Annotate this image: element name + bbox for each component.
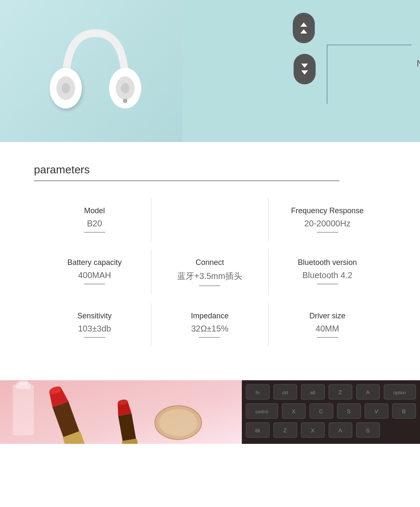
param-cell-impedance: Impedance 32Ω±15% bbox=[151, 303, 269, 346]
svg-point-6 bbox=[123, 99, 127, 103]
driver-underline bbox=[317, 337, 338, 338]
model-underline bbox=[84, 232, 105, 233]
svg-text:fn: fn bbox=[255, 390, 259, 395]
bottom-right-image: fn ctrl alt Z A option control X C S V B bbox=[242, 380, 420, 444]
prev-button[interactable] bbox=[293, 13, 315, 43]
svg-text:S: S bbox=[347, 408, 351, 415]
battery-label: Battery capacity bbox=[42, 258, 147, 267]
headphone-shape bbox=[49, 16, 134, 126]
hero-section: Next / Vol + bbox=[0, 0, 420, 142]
svg-text:A: A bbox=[339, 427, 342, 434]
impedance-label: Impedance bbox=[156, 312, 264, 320]
impedance-underline bbox=[199, 337, 220, 338]
param-cell-model: Model B20 bbox=[34, 198, 151, 241]
param-cell-empty-1 bbox=[151, 198, 269, 241]
bottom-section: fn ctrl alt Z A option control X C S V B bbox=[0, 380, 420, 444]
svg-text:X: X bbox=[292, 408, 296, 415]
battery-value: 400MAH bbox=[42, 270, 147, 280]
svg-text:88: 88 bbox=[255, 429, 260, 433]
frequency-value: 20-20000Hz bbox=[273, 219, 382, 228]
keyboard-image: fn ctrl alt Z A option control X C S V B bbox=[242, 380, 420, 444]
parameters-section: parameters Model B20 Frequency Response … bbox=[0, 142, 420, 380]
connect-label: Connect bbox=[156, 258, 264, 267]
model-label: Model bbox=[42, 206, 147, 215]
product-image bbox=[0, 0, 182, 142]
param-cell-driver: Driver size 40MM bbox=[269, 303, 386, 346]
driver-label: Driver size bbox=[273, 312, 382, 320]
impedance-value: 32Ω±15% bbox=[156, 324, 264, 334]
params-row-3: Sensitivity 103±3db Impedance 32Ω±15% Dr… bbox=[34, 303, 386, 346]
sensitivity-underline bbox=[84, 337, 105, 338]
sensitivity-value: 103±3db bbox=[42, 324, 147, 334]
param-cell-connect: Connect 蓝牙+3.5mm插头 bbox=[151, 250, 269, 295]
frequency-label: Frequency Response bbox=[273, 206, 382, 215]
params-grid: Model B20 Frequency Response 20-20000Hz … bbox=[34, 198, 386, 355]
params-row-2: Battery capacity 400MAH Connect 蓝牙+3.5mm… bbox=[34, 250, 386, 295]
driver-value: 40MM bbox=[273, 324, 382, 334]
param-cell-frequency: Frequency Response 20-20000Hz bbox=[269, 198, 386, 241]
bluetooth-underline bbox=[317, 284, 338, 284]
bluetooth-value: Bluetooth 4.2 bbox=[273, 270, 382, 280]
svg-text:A: A bbox=[366, 389, 370, 396]
param-cell-bluetooth: Bluetooth version Bluetooth 4.2 bbox=[269, 250, 386, 295]
svg-text:S: S bbox=[366, 427, 370, 434]
params-divider bbox=[34, 181, 339, 181]
bottom-left-image bbox=[0, 380, 242, 444]
next-button[interactable] bbox=[294, 54, 316, 84]
bluetooth-label: Bluetooth version bbox=[273, 258, 382, 267]
lipstick-image bbox=[0, 380, 242, 444]
param-cell-sensitivity: Sensitivity 103±3db bbox=[34, 303, 151, 346]
svg-rect-8 bbox=[13, 384, 34, 435]
sensitivity-label: Sensitivity bbox=[42, 312, 147, 320]
svg-rect-10 bbox=[19, 381, 28, 384]
model-value: B20 bbox=[42, 219, 147, 228]
parameters-title: parameters bbox=[34, 163, 386, 176]
svg-point-2 bbox=[62, 83, 70, 93]
params-row-1: Model B20 Frequency Response 20-20000Hz bbox=[34, 198, 386, 241]
connect-underline bbox=[199, 285, 220, 286]
battery-underline bbox=[84, 284, 105, 284]
svg-text:Z: Z bbox=[339, 389, 342, 396]
param-cell-battery: Battery capacity 400MAH bbox=[34, 250, 151, 295]
headphone-svg bbox=[49, 16, 142, 135]
svg-text:B: B bbox=[402, 408, 406, 415]
svg-text:C: C bbox=[319, 408, 323, 415]
svg-text:Z: Z bbox=[283, 427, 287, 434]
svg-text:option: option bbox=[393, 390, 406, 395]
frequency-underline bbox=[317, 232, 338, 233]
svg-text:V: V bbox=[375, 408, 378, 415]
svg-text:control: control bbox=[255, 410, 268, 414]
connect-value: 蓝牙+3.5mm插头 bbox=[156, 270, 264, 282]
svg-text:X: X bbox=[311, 427, 315, 434]
svg-text:alt: alt bbox=[310, 390, 315, 395]
svg-point-18 bbox=[159, 409, 197, 436]
next-vol-label: Next / Vol + bbox=[417, 58, 420, 69]
svg-text:ctrl: ctrl bbox=[282, 390, 288, 395]
svg-point-5 bbox=[121, 83, 129, 93]
